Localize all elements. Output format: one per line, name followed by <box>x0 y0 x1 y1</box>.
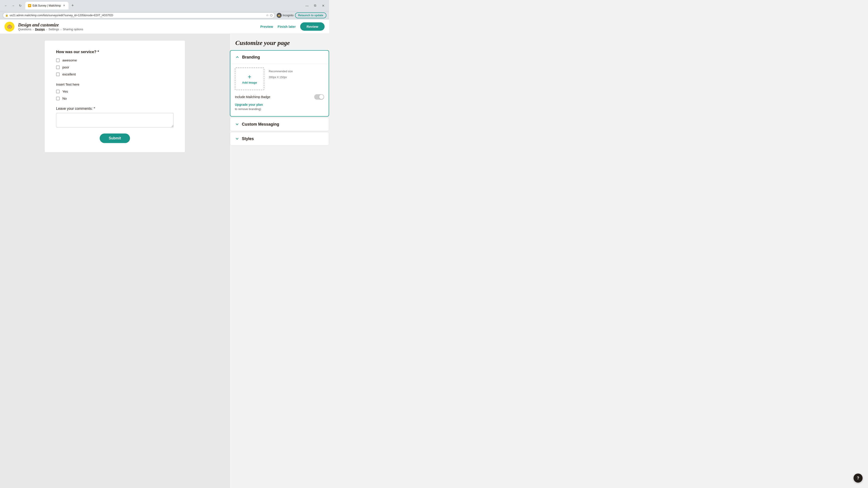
branding-body: + Add Image Recommended size 300px X 150… <box>230 64 329 116</box>
browser-actions: 🕵 Incognito Relaunch to update <box>277 12 327 18</box>
header-title-area: Design and customize Questions › Design … <box>18 22 83 31</box>
survey-checkbox-yes[interactable] <box>56 90 60 93</box>
browser-window-controls: ← → ↻ <box>3 2 24 9</box>
survey-option-excellent[interactable]: excellent <box>56 72 174 76</box>
survey-option-yes[interactable]: Yes <box>56 90 174 93</box>
survey-option-yes-label: Yes <box>62 90 68 93</box>
add-image-plus-icon: + <box>248 74 251 80</box>
panel-title: Customize your page <box>230 34 329 50</box>
tab-title: Edit Survey | Mailchimp <box>33 4 61 7</box>
survey-card: How was our service? * awesome poor exce… <box>45 41 185 152</box>
survey-option-poor[interactable]: poor <box>56 65 174 69</box>
page-title: Design and customize <box>18 22 83 28</box>
tab-favicon: M <box>28 4 31 7</box>
recommended-size-value: 300px X 150px <box>269 73 293 79</box>
window-minimize-button[interactable]: — <box>304 2 310 9</box>
branding-chevron-up-icon <box>235 55 240 60</box>
incognito-icon: 🕵 <box>277 13 282 18</box>
survey-option-poor-label: poor <box>62 65 69 69</box>
breadcrumb-sep-1: › <box>33 28 34 31</box>
survey-comments-section: Leave your comments: * <box>56 107 174 128</box>
branding-accordion-header[interactable]: Branding <box>230 51 329 64</box>
custom-messaging-accordion-header[interactable]: Custom Messaging <box>230 118 329 131</box>
window-restore-button[interactable]: ⧉ <box>312 2 318 9</box>
branding-image-row: + Add Image Recommended size 300px X 150… <box>235 68 324 90</box>
review-button[interactable]: Review <box>300 22 324 31</box>
logo: 🐵 <box>4 22 14 32</box>
breadcrumb-sep-3: › <box>61 28 61 31</box>
forward-button[interactable]: → <box>10 2 16 9</box>
incognito-area: 🕵 Incognito <box>277 13 293 18</box>
new-tab-button[interactable]: + <box>69 2 76 9</box>
custom-messaging-section: Custom Messaging <box>230 118 329 131</box>
right-panel: Customize your page Branding + Add Image <box>230 34 329 488</box>
survey-insert-text: Insert Text here <box>56 83 174 86</box>
breadcrumb-sharing[interactable]: Sharing options <box>63 28 83 31</box>
toggle-knob <box>319 95 324 99</box>
add-image-label: Add Image <box>242 81 257 84</box>
survey-checkbox-poor[interactable] <box>56 66 60 69</box>
survey-checkbox-excellent[interactable] <box>56 72 60 76</box>
add-image-box[interactable]: + Add Image <box>235 68 264 90</box>
browser-chrome: ← → ↻ M Edit Survey | Mailchimp ✕ + — ⧉ … <box>0 0 329 11</box>
upgrade-area: Upgrade your plan to remove branding) <box>235 103 324 111</box>
branding-section: Branding + Add Image Recommended size 30… <box>230 50 329 117</box>
badge-label: Include Mailchimp Badge <box>235 95 270 99</box>
upgrade-text: to remove branding) <box>235 107 324 111</box>
survey-comments-label: Leave your comments: * <box>56 107 174 111</box>
styles-chevron-down-icon <box>235 136 240 141</box>
breadcrumb: Questions › Design › Settings › Sharing … <box>18 28 83 31</box>
incognito-label: Incognito <box>283 14 293 17</box>
active-tab[interactable]: M Edit Survey | Mailchimp ✕ <box>25 2 68 9</box>
upgrade-link[interactable]: Upgrade your plan <box>235 103 263 106</box>
recommended-size-area: Recommended size 300px X 150px <box>269 68 293 79</box>
survey-option-no[interactable]: No <box>56 96 174 100</box>
styles-accordion-header[interactable]: Styles <box>230 132 329 145</box>
survey-checkbox-awesome[interactable] <box>56 59 60 62</box>
branding-label: Branding <box>242 55 260 60</box>
survey-area: How was our service? * awesome poor exce… <box>0 34 230 488</box>
address-text: us21.admin.mailchimp.com/lists/surveys/e… <box>10 14 265 17</box>
lock-icon: 🔒 <box>5 14 8 17</box>
survey-checkbox-no[interactable] <box>56 97 60 100</box>
mailchimp-badge-toggle[interactable] <box>314 94 324 100</box>
survey-option-awesome[interactable]: awesome <box>56 58 174 62</box>
survey-option-awesome-label: awesome <box>62 58 77 62</box>
survey-question-1: How was our service? * <box>56 50 174 54</box>
badge-row: Include Mailchimp Badge <box>235 94 324 100</box>
address-bar[interactable]: 🔒 us21.admin.mailchimp.com/lists/surveys… <box>3 12 275 18</box>
styles-label: Styles <box>242 136 254 141</box>
address-bar-row: 🔒 us21.admin.mailchimp.com/lists/surveys… <box>0 11 329 20</box>
preview-button[interactable]: Preview <box>260 25 273 29</box>
main-content: How was our service? * awesome poor exce… <box>0 34 329 488</box>
finish-later-button[interactable]: Finish later <box>278 25 296 29</box>
refresh-button[interactable]: ↻ <box>17 2 24 9</box>
custom-messaging-label: Custom Messaging <box>242 122 279 127</box>
survey-options-2: Yes No <box>56 90 174 100</box>
tab-close-button[interactable]: ✕ <box>62 4 66 7</box>
breadcrumb-questions[interactable]: Questions <box>18 28 31 31</box>
breadcrumb-settings[interactable]: Settings <box>49 28 59 31</box>
survey-submit-area: Submit <box>56 133 174 143</box>
survey-option-no-label: No <box>62 96 67 100</box>
back-button[interactable]: ← <box>3 2 9 9</box>
tab-bar: M Edit Survey | Mailchimp ✕ + <box>25 2 76 9</box>
survey-comments-textarea[interactable] <box>56 113 174 127</box>
logo-icon: 🐵 <box>4 22 14 32</box>
extension-icon: ⬡ <box>270 14 272 17</box>
breadcrumb-design[interactable]: Design <box>35 28 45 31</box>
custom-messaging-chevron-down-icon <box>235 122 240 127</box>
recommended-size-label: Recommended size <box>269 68 293 73</box>
bookmark-star-icon[interactable]: ☆ <box>266 13 269 17</box>
breadcrumb-sep-2: › <box>46 28 47 31</box>
app-header: 🐵 Design and customize Questions › Desig… <box>0 20 329 34</box>
window-close-button[interactable]: ✕ <box>320 2 327 9</box>
survey-text-section: Insert Text here Yes No <box>56 83 174 100</box>
survey-options-1: awesome poor excellent <box>56 58 174 76</box>
submit-button[interactable]: Submit <box>100 133 130 143</box>
survey-option-excellent-label: excellent <box>62 72 76 76</box>
styles-section: Styles <box>230 132 329 145</box>
header-actions: Preview Finish later Review <box>260 22 324 31</box>
relaunch-button[interactable]: Relaunch to update <box>295 12 327 18</box>
